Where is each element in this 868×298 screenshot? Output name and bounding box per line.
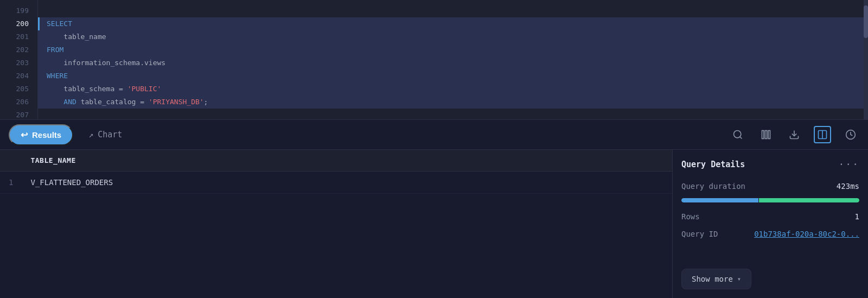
table-area[interactable]: TABLE_NAME 1 V_FLATTENED_ORDERS (0, 150, 673, 298)
query-id-row: Query ID 01b738af-020a-80c2-0... (681, 226, 859, 242)
results-arrow-icon: ↩ (21, 130, 28, 140)
code-line-202: FROM (38, 43, 868, 56)
tab-chart[interactable]: ↗ Chart (78, 125, 133, 144)
clock-icon[interactable] (842, 126, 859, 143)
panel-menu-icon[interactable]: ··· (838, 158, 859, 170)
results-section: TABLE_NAME 1 V_FLATTENED_ORDERS Query De… (0, 150, 868, 298)
code-db-str: 'PRIYANSH_DB' (149, 96, 204, 109)
code-public-str: 'PUBLIC' (127, 83, 162, 96)
results-table: TABLE_NAME 1 V_FLATTENED_ORDERS (0, 150, 672, 194)
line-num-204: 204 (0, 69, 37, 83)
chart-trend-icon: ↗ (88, 130, 93, 140)
table-header: TABLE_NAME (0, 150, 672, 172)
line-num-206: 206 (0, 96, 37, 109)
svg-line-1 (740, 137, 742, 139)
code-line-206: AND table_catalog = 'PRIYANSH_DB'; (38, 96, 868, 109)
code-semicolon: ; (204, 96, 208, 109)
search-icon[interactable] (729, 126, 746, 143)
svg-rect-4 (768, 131, 770, 139)
rows-label: Rows (681, 212, 700, 221)
panel-title: Query Details (681, 160, 745, 169)
keyword-from: FROM (47, 43, 63, 56)
table-body: 1 V_FLATTENED_ORDERS (0, 172, 672, 194)
tabs-left: ↩ Results ↗ Chart (9, 124, 133, 145)
toolbar-icons (729, 126, 859, 143)
code-catalog: table_catalog = (81, 96, 149, 109)
code-editor: 199 200 201 202 203 204 205 206 207 SELE… (0, 0, 868, 119)
code-line-207 (38, 109, 868, 119)
code-line-203: information_schema.views (38, 56, 868, 69)
scrollbar-thumb[interactable] (864, 5, 868, 38)
svg-rect-3 (765, 131, 767, 139)
progress-blue (681, 198, 758, 202)
show-more-label: Show more (692, 275, 733, 283)
duration-value: 423ms (837, 182, 859, 191)
code-schema: information_schema.views (47, 56, 165, 69)
scrollbar[interactable] (864, 0, 868, 119)
code-line-204: WHERE (38, 69, 868, 83)
svg-rect-2 (762, 131, 764, 139)
line-num-202: 202 (0, 43, 37, 56)
code-line-201: table_name (38, 30, 868, 43)
line-num-207: 207 (0, 109, 37, 119)
tab-chart-label: Chart (98, 130, 122, 140)
code-line-205: table_schema = 'PUBLIC' (38, 83, 868, 96)
tabs-bar: ↩ Results ↗ Chart (0, 119, 868, 150)
svg-point-0 (734, 131, 741, 138)
query-id-label: Query ID (681, 230, 718, 238)
code-table-schema: table_schema = (47, 83, 127, 96)
columns-icon[interactable] (757, 126, 775, 143)
keyword-and: AND (47, 96, 81, 109)
duration-progress-bar (681, 198, 859, 202)
query-details-panel: Query Details ··· Query duration 423ms R… (673, 150, 868, 298)
query-id-value[interactable]: 01b738af-020a-80c2-0... (754, 230, 859, 238)
line-numbers: 199 200 201 202 203 204 205 206 207 (0, 0, 38, 119)
line-num-203: 203 (0, 56, 37, 69)
split-panel-icon[interactable] (814, 126, 831, 143)
progress-green (759, 198, 859, 202)
col-header-table-name: TABLE_NAME (22, 150, 672, 172)
code-line-199 (38, 4, 868, 17)
keyword-where: WHERE (47, 69, 68, 83)
show-more-button[interactable]: Show more ▾ (681, 269, 751, 289)
tab-results-label: Results (32, 130, 61, 140)
active-line-indicator (38, 17, 40, 30)
table-row: 1 V_FLATTENED_ORDERS (0, 172, 672, 194)
col-header-rownum (0, 150, 22, 172)
line-num-201: 201 (0, 30, 37, 43)
rows-row: Rows 1 (681, 209, 859, 224)
rows-value: 1 (855, 212, 859, 221)
keyword-select: SELECT (47, 17, 72, 30)
code-content[interactable]: SELECT table_name FROM information_schem… (38, 0, 868, 119)
cell-table-name-1: V_FLATTENED_ORDERS (22, 172, 672, 194)
cell-rownum-1: 1 (0, 172, 22, 194)
line-num-199: 199 (0, 4, 37, 17)
code-table-name: table_name (47, 30, 106, 43)
chevron-down-icon: ▾ (737, 275, 741, 283)
duration-label: Query duration (681, 182, 745, 191)
duration-row: Query duration 423ms (681, 179, 859, 194)
line-num-200: 200 (0, 17, 37, 30)
download-icon[interactable] (786, 126, 803, 143)
tab-results[interactable]: ↩ Results (9, 124, 73, 145)
panel-header: Query Details ··· (681, 158, 859, 170)
line-num-205: 205 (0, 83, 37, 96)
code-line-200: SELECT (38, 17, 868, 30)
